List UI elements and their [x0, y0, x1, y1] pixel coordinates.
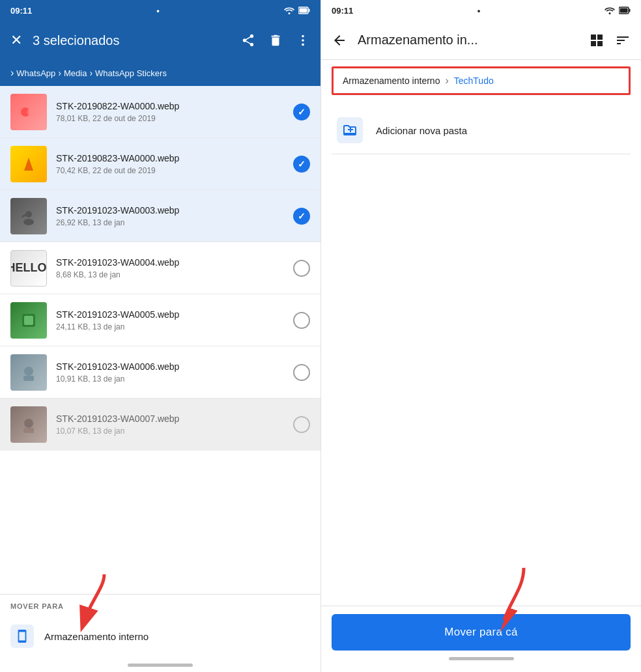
bottom-section: MOVER PARA Armazenamento interno — [0, 594, 320, 672]
left-status-dot: • — [156, 6, 160, 16]
file-name: STK-20190822-WA0000.webp — [56, 101, 284, 111]
file-meta: 26,92 KB, 13 de jan — [56, 218, 284, 227]
file-checkbox[interactable] — [293, 208, 310, 225]
file-checkbox[interactable] — [293, 260, 310, 277]
file-meta: 24,11 KB, 13 de jan — [56, 322, 284, 331]
add-folder-label: Adicionar nova pasta — [376, 125, 467, 136]
file-checkbox[interactable] — [293, 312, 310, 329]
left-panel: 09:11 • ✕ 3 selecionados — [0, 0, 320, 672]
mover-para-ca-button[interactable]: Mover para cá — [332, 614, 631, 651]
table-row[interactable]: STK-20190822-WA0000.webp 78,01 KB, 22 de… — [0, 86, 320, 138]
svg-point-19 — [609, 12, 611, 14]
right-status-dot: • — [477, 6, 481, 16]
right-status-bar: 09:11 • — [321, 0, 641, 21]
right-status-icons — [605, 7, 631, 14]
right-toolbar-title: Armazenamento in... — [358, 33, 578, 48]
file-thumbnail: HELLO! — [10, 250, 47, 287]
table-row[interactable]: STK-20191023-WA0006.webp 10,91 KB, 13 de… — [0, 346, 320, 399]
file-checkbox[interactable] — [293, 104, 310, 120]
table-row[interactable]: STK-20191023-WA0003.webp 26,92 KB, 13 de… — [0, 190, 320, 242]
wifi-icon — [284, 7, 294, 14]
right-panel: 09:11 • Armazenamento in... — [320, 0, 641, 672]
file-meta: 8,68 KB, 13 de jan — [56, 270, 284, 279]
svg-point-4 — [302, 35, 304, 38]
file-checkbox[interactable] — [293, 416, 310, 433]
storage-device-icon — [10, 624, 34, 648]
right-toolbar: Armazenamento in... — [321, 21, 641, 60]
back-icon[interactable] — [332, 33, 347, 48]
breadcrumb-highlighted: Armazenamento interno › TechTudo — [332, 66, 631, 95]
file-meta: 70,42 KB, 22 de out de 2019 — [56, 166, 284, 175]
file-name: STK-20191023-WA0007.webp — [56, 413, 284, 424]
file-checkbox[interactable] — [293, 156, 310, 173]
svg-rect-15 — [23, 376, 34, 381]
more-vert-icon[interactable] — [296, 33, 310, 48]
file-info: STK-20191023-WA0004.webp 8,68 KB, 13 de … — [56, 257, 284, 279]
file-info: STK-20190823-WA0000.webp 70,42 KB, 22 de… — [56, 153, 284, 175]
home-bar — [128, 664, 193, 667]
svg-line-11 — [22, 214, 27, 217]
table-row[interactable]: STK-20190823-WA0000.webp 70,42 KB, 22 de… — [0, 138, 320, 190]
table-row[interactable]: HELLO! STK-20191023-WA0004.webp 8,68 KB,… — [0, 242, 320, 294]
svg-point-8 — [27, 107, 36, 117]
file-name: STK-20191023-WA0006.webp — [56, 361, 284, 372]
left-toolbar-actions — [241, 33, 310, 48]
right-time: 09:11 — [332, 6, 353, 16]
breadcrumb-media[interactable]: Media — [64, 68, 87, 78]
svg-point-14 — [24, 367, 33, 376]
file-info: STK-20191023-WA0005.webp 24,11 KB, 13 de… — [56, 309, 284, 331]
left-status-icons — [284, 7, 310, 14]
add-folder-item[interactable]: Adicionar nova pasta — [321, 107, 641, 154]
breadcrumb-stickers[interactable]: WhatsApp Stickers — [95, 68, 167, 78]
breadcrumb-root[interactable]: Armazenamento interno — [343, 76, 440, 86]
file-thumbnail — [10, 198, 47, 234]
breadcrumb-current[interactable]: TechTudo — [454, 76, 494, 86]
file-info: STK-20191023-WA0006.webp 10,91 KB, 13 de… — [56, 361, 284, 384]
file-checkbox[interactable] — [293, 364, 310, 381]
file-meta: 10,91 KB, 13 de jan — [56, 374, 284, 384]
svg-point-16 — [24, 419, 33, 428]
svg-rect-22 — [620, 8, 628, 13]
file-name: STK-20191023-WA0003.webp — [56, 205, 284, 216]
svg-point-5 — [302, 39, 304, 42]
svg-point-6 — [302, 44, 304, 46]
mover-para-label: MOVER PARA — [10, 602, 310, 610]
breadcrumb-whatsapp[interactable]: WhatsApp — [16, 68, 55, 78]
svg-point-0 — [289, 12, 291, 14]
table-row[interactable]: STK-20191023-WA0007.webp 10,07 KB, 13 de… — [0, 399, 320, 451]
file-thumbnail — [10, 406, 47, 443]
file-info: STK-20190822-WA0000.webp 78,01 KB, 22 de… — [56, 101, 284, 123]
selected-count-label: 3 selecionados — [33, 33, 231, 48]
file-meta: 78,01 KB, 22 de out de 2019 — [56, 114, 284, 123]
table-row[interactable]: STK-20191023-WA0005.webp 24,11 KB, 13 de… — [0, 294, 320, 346]
left-status-bar: 09:11 • — [0, 0, 320, 21]
svg-rect-13 — [24, 316, 33, 325]
left-toolbar: ✕ 3 selecionados — [0, 21, 320, 60]
close-icon[interactable]: ✕ — [10, 32, 22, 49]
svg-rect-2 — [309, 9, 310, 12]
battery-icon — [298, 7, 310, 14]
right-toolbar-icons — [589, 33, 631, 48]
sticker-thumb-icon — [19, 206, 38, 226]
file-thumbnail — [10, 302, 47, 339]
svg-point-10 — [23, 219, 34, 225]
right-bottom: Mover para cá — [321, 606, 641, 672]
svg-rect-17 — [23, 428, 34, 433]
folder-add-icon — [342, 122, 358, 138]
breadcrumb-bar: › WhatsApp › Media › WhatsApp Stickers — [0, 60, 320, 86]
share-icon[interactable] — [241, 33, 255, 48]
right-home-bar — [449, 657, 514, 660]
sticker-thumb-icon — [19, 102, 38, 122]
file-name: STK-20190823-WA0000.webp — [56, 153, 284, 163]
sticker-thumb-icon — [19, 311, 38, 330]
sticker-thumb-icon — [19, 415, 38, 434]
sort-icon[interactable] — [615, 33, 631, 48]
grid-view-icon[interactable] — [589, 33, 605, 48]
file-list: STK-20190822-WA0000.webp 78,01 KB, 22 de… — [0, 86, 320, 594]
storage-label: Armazenamento interno — [44, 631, 149, 642]
right-content: Adicionar nova pasta — [321, 102, 641, 606]
sticker-thumb-icon — [19, 154, 38, 174]
storage-option[interactable]: Armazenamento interno — [10, 618, 310, 658]
sticker-thumb-icon — [19, 363, 38, 382]
delete-icon[interactable] — [268, 33, 283, 48]
